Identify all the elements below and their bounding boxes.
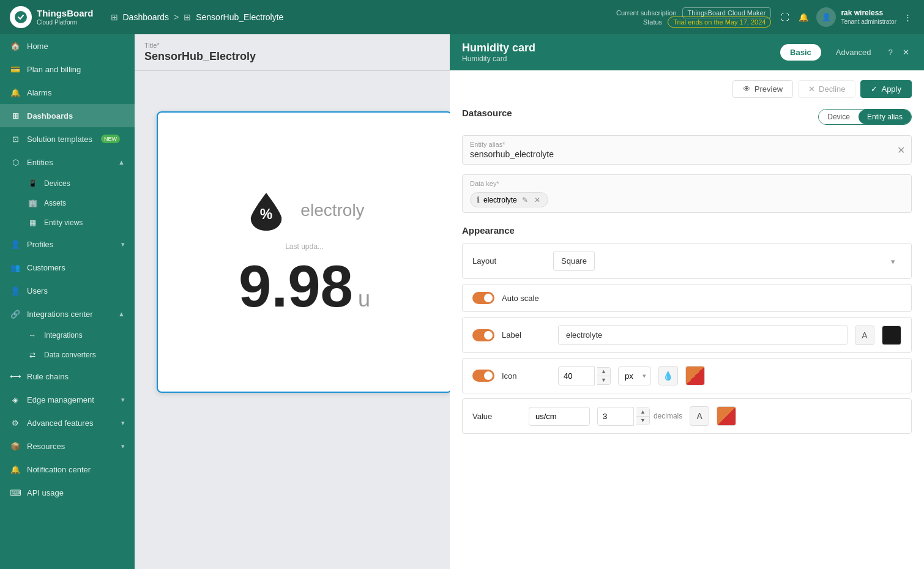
sidebar-item-customers[interactable]: 👥 Customers bbox=[0, 256, 135, 279]
panel-header-actions: Basic Advanced ? ✕ bbox=[780, 44, 912, 61]
sidebar-item-data-converters[interactable]: ⇄ Data converters bbox=[27, 345, 135, 365]
sidebar-item-notification-center[interactable]: 🔔 Notification center bbox=[0, 458, 135, 481]
decline-button[interactable]: ✕ Decline bbox=[798, 80, 855, 98]
logo-icon bbox=[10, 6, 32, 28]
layout-label: Layout bbox=[472, 256, 546, 266]
value-color-swatch[interactable] bbox=[717, 406, 736, 426]
icon-size-up[interactable]: ▲ bbox=[597, 368, 610, 376]
sidebar-item-devices[interactable]: 📱 Devices bbox=[27, 174, 135, 193]
current-dashboard: SensorHub_Electrolyte bbox=[196, 12, 283, 22]
sidebar-item-entity-views[interactable]: ▦ Entity views bbox=[27, 213, 135, 232]
sidebar-item-profiles[interactable]: 👤 Profiles ▾ bbox=[0, 232, 135, 256]
tab-basic-button[interactable]: Basic bbox=[780, 44, 821, 61]
template-icon: ⊡ bbox=[10, 133, 21, 144]
layout-select[interactable]: Square bbox=[553, 251, 595, 271]
user-info: rak wireless Tenant administrator bbox=[841, 8, 896, 27]
header: ThingsBoard Cloud Platform ⊞ Dashboards … bbox=[0, 0, 924, 34]
icon-size-input[interactable] bbox=[558, 366, 595, 385]
svg-point-0 bbox=[15, 11, 27, 23]
widget-label: electroly bbox=[300, 201, 364, 220]
converter-icon: ⇄ bbox=[27, 349, 38, 360]
header-right: Current subscription ThingsBoard Cloud M… bbox=[616, 7, 914, 27]
sidebar-item-advanced-features[interactable]: ⚙ Advanced features ▾ bbox=[0, 411, 135, 434]
device-toggle-button[interactable]: Device bbox=[819, 110, 859, 124]
data-key-value: electrolyte bbox=[483, 196, 517, 204]
data-key-info-icon: ℹ bbox=[477, 195, 480, 204]
sidebar-item-dashboards[interactable]: ⊞ Dashboards bbox=[0, 104, 135, 127]
rule-chains-icon: ⟷ bbox=[10, 371, 21, 382]
integrations-icon: 🔗 bbox=[10, 308, 21, 319]
icon-color-swatch[interactable] bbox=[685, 366, 705, 385]
logo-text: ThingsBoard Cloud Platform bbox=[37, 8, 94, 26]
breadcrumb: ⊞ Dashboards > ⊞ SensorHub_Electrolyte bbox=[111, 12, 609, 22]
label-font-button[interactable]: A bbox=[855, 325, 874, 345]
decimals-input[interactable] bbox=[597, 407, 634, 426]
entities-icon: ⬡ bbox=[10, 157, 21, 168]
right-panel: Humidity card Humidity card Basic Advanc… bbox=[450, 34, 924, 569]
fullscreen-button[interactable]: ⛶ bbox=[778, 10, 791, 24]
sidebar-item-api-usage[interactable]: ⌨ API usage bbox=[0, 481, 135, 504]
icon-size-down[interactable]: ▼ bbox=[597, 376, 610, 384]
profiles-arrow-icon: ▾ bbox=[121, 240, 125, 248]
icon-unit-select[interactable]: px bbox=[618, 366, 651, 385]
icon-toggle[interactable] bbox=[472, 370, 494, 382]
entity-alias-value[interactable]: sensorhub_electrolyte bbox=[470, 149, 887, 159]
value-unit-input[interactable] bbox=[529, 407, 590, 426]
svg-text:%: % bbox=[260, 206, 272, 222]
value-font-button[interactable]: A bbox=[690, 406, 709, 426]
dashboard-icon: ⊞ bbox=[184, 12, 191, 22]
sidebar-item-home[interactable]: 🏠 Home bbox=[0, 34, 135, 58]
content-area: Title* SensorHub_Electroly % bbox=[135, 34, 924, 569]
label-row: Label A bbox=[462, 317, 912, 353]
sidebar-item-alarms[interactable]: 🔔 Alarms bbox=[0, 81, 135, 104]
data-key-remove-button[interactable]: ✕ bbox=[533, 196, 542, 204]
sidebar-item-entities[interactable]: ⬡ Entities ▲ bbox=[0, 151, 135, 174]
widget-card: % electroly Last upda... 9.98 u bbox=[157, 111, 450, 393]
dashboards-link[interactable]: Dashboards bbox=[123, 12, 170, 22]
decimals-spinners: ▲ ▼ bbox=[636, 407, 650, 425]
grid-icon: ⊞ bbox=[111, 12, 118, 22]
widget-title-value: SensorHub_Electroly bbox=[144, 50, 440, 63]
more-options-button[interactable]: ⋮ bbox=[901, 10, 914, 24]
entities-arrow-icon: ▲ bbox=[118, 158, 125, 166]
tab-advanced-button[interactable]: Advanced bbox=[826, 44, 881, 61]
preview-button[interactable]: 👁 Preview bbox=[732, 80, 793, 98]
decimals-group: ▲ ▼ decimals bbox=[597, 407, 682, 426]
sidebar: 🏠 Home 💳 Plan and billing 🔔 Alarms ⊞ Das… bbox=[0, 34, 135, 569]
label-input[interactable] bbox=[558, 325, 848, 345]
alarm-icon: 🔔 bbox=[10, 87, 21, 98]
sidebar-item-integrations[interactable]: ↔ Integrations bbox=[27, 325, 135, 345]
data-key-field: Data key* ℹ electrolyte ✎ ✕ bbox=[462, 174, 912, 213]
entity-alias-clear-button[interactable]: ✕ bbox=[897, 144, 905, 156]
auto-scale-toggle[interactable] bbox=[472, 292, 494, 304]
widget-unit: u bbox=[358, 286, 370, 312]
panel-body: 👁 Preview ✕ Decline ✓ Apply bbox=[450, 70, 924, 448]
decimals-up[interactable]: ▲ bbox=[636, 408, 649, 417]
label-toggle[interactable] bbox=[472, 329, 494, 341]
sidebar-item-integrations-center[interactable]: 🔗 Integrations center ▲ bbox=[0, 302, 135, 325]
subscription-info: Current subscription ThingsBoard Cloud M… bbox=[616, 9, 771, 26]
entity-alias-toggle-button[interactable]: Entity alias bbox=[859, 110, 911, 124]
sidebar-item-plan-billing[interactable]: 💳 Plan and billing bbox=[0, 58, 135, 81]
label-color-swatch[interactable] bbox=[882, 325, 901, 345]
logo[interactable]: ThingsBoard Cloud Platform bbox=[10, 6, 94, 28]
entity-views-icon: ▦ bbox=[27, 217, 38, 228]
icon-picker-button[interactable]: 💧 bbox=[658, 366, 678, 385]
sidebar-item-resources[interactable]: 📦 Resources ▾ bbox=[0, 434, 135, 458]
billing-icon: 💳 bbox=[10, 64, 21, 75]
panel-header: Humidity card Humidity card Basic Advanc… bbox=[450, 34, 924, 70]
sidebar-item-rule-chains[interactable]: ⟷ Rule chains bbox=[0, 365, 135, 388]
decimals-down[interactable]: ▼ bbox=[636, 417, 649, 425]
sidebar-item-users[interactable]: 👤 Users bbox=[0, 279, 135, 302]
decline-icon: ✕ bbox=[808, 84, 815, 94]
apply-button[interactable]: ✓ Apply bbox=[860, 80, 912, 98]
sidebar-item-assets[interactable]: 🏢 Assets bbox=[27, 193, 135, 213]
data-key-edit-button[interactable]: ✎ bbox=[521, 196, 529, 204]
notification-bell-button[interactable]: 🔔 bbox=[796, 10, 811, 24]
layout-select-wrapper: Square bbox=[553, 251, 901, 271]
sidebar-item-edge-management[interactable]: ◈ Edge management ▾ bbox=[0, 388, 135, 411]
datasource-toggle-group: Device Entity alias bbox=[818, 109, 912, 125]
help-button[interactable]: ? bbox=[886, 45, 895, 59]
close-panel-button[interactable]: ✕ bbox=[900, 45, 912, 59]
sidebar-item-solution-templates[interactable]: ⊡ Solution templates NEW bbox=[0, 127, 135, 151]
